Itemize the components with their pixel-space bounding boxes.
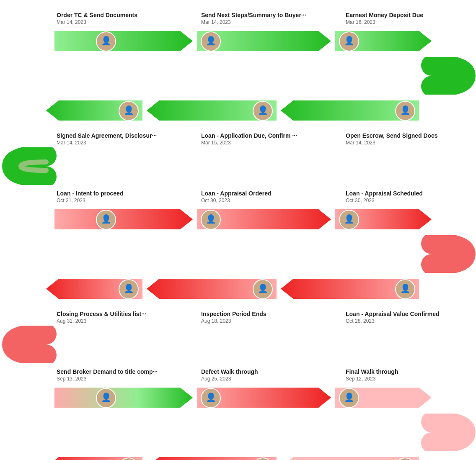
task-1-1-date: Mar 14, 2023: [57, 19, 182, 25]
connector-3-4: [0, 235, 476, 273]
task-2-2: Loan - Application Due, Confirm ··· Mar …: [199, 132, 329, 146]
task-5-1-title: Send Broker Demand to title comp···: [57, 368, 182, 375]
task-1-2-date: Mar 14, 2023: [201, 19, 327, 25]
task-1-2: Send Next Steps/Summary to Buyer··· Mar …: [199, 12, 329, 25]
task-5-2-title: Defect Walk through: [201, 368, 327, 375]
task-3-2-date: Oct 30, 2023: [201, 198, 327, 203]
task-3-3-title: Loan - Appraisal Scheduled: [346, 190, 471, 197]
svg-marker-0: [54, 31, 193, 51]
row-2: 👤 👤 👤 Signed Sale Agreement, Disclosur··…: [0, 96, 476, 147]
task-4-2: Inspection Period Ends Aug 18, 2023: [199, 311, 329, 324]
timeline-container: Order TC & Send Documents Mar 14, 2023 S…: [0, 0, 476, 460]
task-2-3-date: Mar 14, 2023: [346, 140, 471, 146]
row-4-labels: Closing Process & Utilities list··· Aug …: [54, 307, 473, 326]
task-4-2-date: Aug 18, 2023: [201, 318, 327, 324]
connector-5-6: [0, 414, 476, 451]
task-1-2-title: Send Next Steps/Summary to Buyer···: [201, 12, 327, 18]
task-5-1: Send Broker Demand to title comp··· Sep …: [54, 368, 184, 382]
track-5: 👤 👤 👤: [0, 383, 476, 412]
row-4: 👤 👤 👤 Closing Process & Utilities list··…: [0, 275, 476, 326]
task-1-1-title: Order TC & Send Documents: [57, 12, 182, 18]
task-2-2-title: Loan - Application Due, Confirm ···: [201, 132, 327, 139]
svg-text:👤: 👤: [206, 36, 216, 46]
row-6: 👤 👤 👤 1st Follow-up with Buyers Oct 31, …: [0, 453, 476, 460]
track-3: 👤 👤 👤: [0, 205, 476, 234]
row-3: Loan - Intent to proceed Oct 31, 2023 Lo…: [0, 187, 476, 235]
task-5-3-title: Final Walk through: [346, 368, 471, 375]
task-4-2-title: Inspection Period Ends: [201, 311, 327, 317]
task-3-2-title: Loan - Appraisal Ordered: [201, 190, 327, 197]
svg-text:👤: 👤: [101, 214, 111, 224]
row-2-labels: Signed Sale Agreement, Disclosur··· Mar …: [54, 129, 473, 147]
task-3-1-date: Oct 31, 2023: [57, 198, 182, 203]
task-2-3-title: Open Escrow, Send Signed Docs: [346, 132, 471, 139]
task-5-1-date: Sep 13, 2023: [57, 376, 182, 382]
track-4: 👤 👤 👤: [0, 275, 476, 303]
task-4-1-title: Closing Process & Utilities list···: [57, 311, 182, 317]
task-5-2-date: Aug 25, 2023: [201, 376, 327, 382]
svg-text:👤: 👤: [101, 392, 111, 402]
task-2-3: Open Escrow, Send Signed Docs Mar 14, 20…: [344, 132, 473, 146]
task-3-1: Loan - Intent to proceed Oct 31, 2023: [54, 190, 184, 203]
task-1-3-title: Earnest Money Deposit Due: [346, 12, 471, 18]
task-1-1: Order TC & Send Documents Mar 14, 2023: [54, 12, 184, 25]
task-4-3-date: Oct 28, 2023: [346, 318, 471, 324]
task-5-3: Final Walk through Sep 12, 2023: [344, 368, 473, 382]
row-1-labels: Order TC & Send Documents Mar 14, 2023 S…: [54, 8, 473, 27]
svg-text:👤: 👤: [400, 283, 411, 293]
svg-text:👤: 👤: [344, 392, 354, 402]
track-2: 👤 👤 👤: [0, 96, 476, 125]
svg-text:👤: 👤: [124, 105, 134, 115]
task-5-3-date: Sep 12, 2023: [346, 376, 471, 382]
track-1: 👤 👤 👤: [0, 27, 476, 55]
svg-text:👤: 👤: [344, 36, 354, 46]
task-3-2: Loan - Appraisal Ordered Oct 30, 2023: [199, 190, 329, 203]
task-1-3-date: Mar 16, 2023: [346, 19, 471, 25]
task-5-2: Defect Walk through Aug 25, 2023: [199, 368, 329, 382]
svg-text:👤: 👤: [258, 283, 268, 293]
row-5-labels: Send Broker Demand to title comp··· Sep …: [54, 365, 473, 383]
task-3-1-title: Loan - Intent to proceed: [57, 190, 182, 197]
svg-text:👤: 👤: [101, 36, 111, 46]
connector-4-5: [0, 326, 476, 363]
row-3-labels: Loan - Intent to proceed Oct 31, 2023 Lo…: [54, 187, 473, 205]
connector-1-2: [0, 57, 476, 95]
task-2-1-title: Signed Sale Agreement, Disclosur···: [57, 132, 182, 139]
task-4-3: Loan - Appraisal Value Confirmed Oct 28,…: [344, 311, 473, 324]
row-5: Send Broker Demand to title comp··· Sep …: [0, 365, 476, 414]
task-2-1-date: Mar 14, 2023: [57, 140, 182, 146]
task-3-3-date: Oct 30, 2023: [346, 198, 471, 203]
svg-text:👤: 👤: [124, 283, 134, 293]
svg-marker-45: [281, 457, 419, 460]
connector-2-3: [0, 147, 476, 185]
row-1: Order TC & Send Documents Mar 14, 2023 S…: [0, 8, 476, 57]
svg-marker-18: [54, 209, 193, 229]
track-6: 👤 👤 👤: [0, 453, 476, 460]
task-4-1: Closing Process & Utilities list··· Aug …: [54, 311, 184, 324]
task-2-1: Signed Sale Agreement, Disclosur··· Mar …: [54, 132, 184, 146]
svg-text:👤: 👤: [206, 392, 216, 402]
svg-text:👤: 👤: [258, 105, 268, 115]
task-2-2-date: Mar 15, 2023: [201, 140, 327, 146]
svg-text:👤: 👤: [344, 214, 354, 224]
task-4-1-date: Aug 31, 2023: [57, 318, 182, 324]
task-4-3-title: Loan - Appraisal Value Confirmed: [346, 311, 471, 317]
svg-text:👤: 👤: [400, 105, 411, 115]
task-1-3: Earnest Money Deposit Due Mar 16, 2023: [344, 12, 473, 25]
svg-text:👤: 👤: [206, 214, 216, 224]
task-3-3: Loan - Appraisal Scheduled Oct 30, 2023: [344, 190, 473, 203]
svg-marker-36: [54, 388, 193, 408]
